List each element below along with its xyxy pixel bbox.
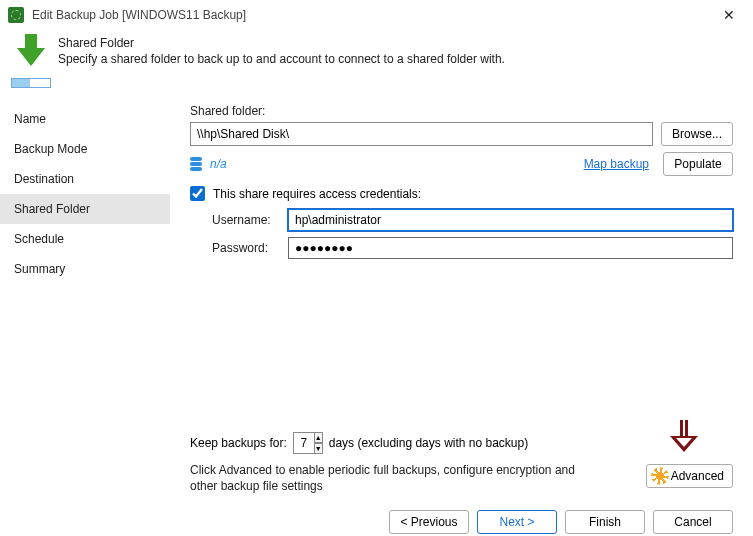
- password-label: Password:: [212, 241, 280, 255]
- next-button[interactable]: Next >: [477, 510, 557, 534]
- wizard-steps: Name Backup Mode Destination Shared Fold…: [0, 92, 170, 502]
- days-down-icon[interactable]: ▼: [315, 443, 323, 454]
- map-backup-link[interactable]: Map backup: [584, 157, 649, 171]
- cancel-button[interactable]: Cancel: [653, 510, 733, 534]
- days-up-icon[interactable]: ▲: [315, 432, 323, 443]
- page-subtitle: Specify a shared folder to back up to an…: [58, 52, 505, 66]
- credentials-checkbox[interactable]: [190, 186, 205, 201]
- close-icon[interactable]: ✕: [713, 3, 745, 27]
- wizard-footer: < Previous Next > Finish Cancel: [0, 502, 753, 534]
- gear-icon: [653, 469, 667, 483]
- populate-button[interactable]: Populate: [663, 152, 733, 176]
- days-input[interactable]: [293, 432, 315, 454]
- days-stepper[interactable]: ▲ ▼: [293, 432, 323, 454]
- browse-button[interactable]: Browse...: [661, 122, 733, 146]
- advanced-hint: Click Advanced to enable periodic full b…: [190, 462, 600, 494]
- repo-status: n/a: [210, 157, 227, 171]
- window-title: Edit Backup Job [WINDOWS11 Backup]: [32, 8, 246, 22]
- credentials-checkbox-label: This share requires access credentials:: [213, 187, 421, 201]
- username-label: Username:: [212, 213, 280, 227]
- sidebar-item-name[interactable]: Name: [0, 104, 170, 134]
- sidebar-item-shared-folder[interactable]: Shared Folder: [0, 194, 170, 224]
- advanced-button-label: Advanced: [671, 469, 724, 483]
- password-input[interactable]: [288, 237, 733, 259]
- content-pane: Shared folder: Browse... n/a Map backup …: [170, 92, 753, 502]
- sidebar-item-summary[interactable]: Summary: [0, 254, 170, 284]
- keep-backups-suffix: days (excluding days with no backup): [329, 436, 528, 450]
- finish-button[interactable]: Finish: [565, 510, 645, 534]
- keep-backups-label: Keep backups for:: [190, 436, 287, 450]
- shared-folder-label: Shared folder:: [190, 104, 733, 118]
- sidebar-item-schedule[interactable]: Schedule: [0, 224, 170, 254]
- wizard-header: Shared Folder Specify a shared folder to…: [0, 30, 753, 92]
- sidebar-item-backup-mode[interactable]: Backup Mode: [0, 134, 170, 164]
- shared-folder-input[interactable]: [190, 122, 653, 146]
- app-icon: [8, 7, 24, 23]
- advanced-button[interactable]: Advanced: [646, 464, 733, 488]
- download-icon: [14, 34, 48, 82]
- page-title: Shared Folder: [58, 36, 505, 50]
- database-icon: [190, 157, 202, 171]
- annotation-arrow-icon: [672, 420, 698, 454]
- titlebar: Edit Backup Job [WINDOWS11 Backup] ✕: [0, 0, 753, 30]
- previous-button[interactable]: < Previous: [389, 510, 469, 534]
- sidebar-item-destination[interactable]: Destination: [0, 164, 170, 194]
- username-input[interactable]: [288, 209, 733, 231]
